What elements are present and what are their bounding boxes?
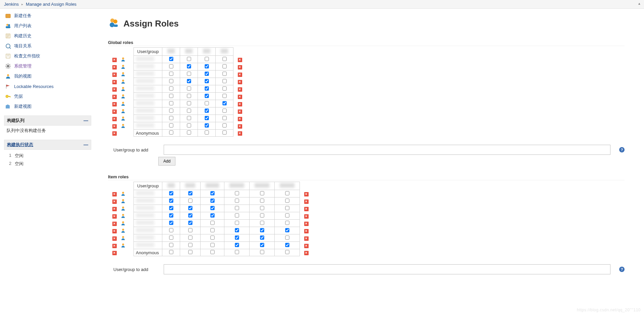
role-checkbox[interactable] xyxy=(169,221,173,225)
role-checkbox[interactable] xyxy=(285,198,289,203)
role-checkbox[interactable] xyxy=(205,101,209,105)
collapse-icon[interactable]: — xyxy=(84,118,88,123)
sidebar-item-people[interactable]: 用户列表 xyxy=(4,21,98,31)
role-checkbox[interactable] xyxy=(210,243,214,247)
delete-row-button[interactable]: ✕ xyxy=(238,131,242,136)
role-checkbox[interactable] xyxy=(210,235,214,239)
delete-row-button[interactable]: ✕ xyxy=(112,102,117,106)
sidebar-item-label[interactable]: 用户列表 xyxy=(14,23,32,29)
role-checkbox[interactable] xyxy=(285,243,289,247)
delete-row-button[interactable]: ✕ xyxy=(238,73,242,77)
role-checkbox[interactable] xyxy=(169,94,173,98)
role-checkbox[interactable] xyxy=(210,221,214,225)
delete-row-button[interactable]: ✕ xyxy=(112,73,117,77)
role-checkbox[interactable] xyxy=(187,57,191,61)
delete-row-button[interactable]: ✕ xyxy=(238,109,242,114)
delete-row-button[interactable]: ✕ xyxy=(112,87,117,92)
sidebar-item-new-view[interactable]: 新建视图 xyxy=(4,101,98,111)
role-checkbox[interactable] xyxy=(235,206,239,210)
role-checkbox[interactable] xyxy=(205,86,209,90)
sidebar-item-label[interactable]: 新建视图 xyxy=(14,103,32,109)
sidebar-item-label[interactable]: 我的视图 xyxy=(14,73,32,79)
role-checkbox[interactable] xyxy=(187,101,191,105)
role-checkbox[interactable] xyxy=(260,243,264,247)
role-checkbox[interactable] xyxy=(205,57,209,61)
role-checkbox[interactable] xyxy=(235,213,239,217)
role-checkbox[interactable] xyxy=(205,79,209,83)
delete-row-button[interactable]: ✕ xyxy=(112,251,117,255)
delete-row-button[interactable]: ✕ xyxy=(112,65,117,70)
role-checkbox[interactable] xyxy=(169,243,173,247)
delete-row-button[interactable]: ✕ xyxy=(304,207,309,211)
role-checkbox[interactable] xyxy=(187,72,191,76)
role-checkbox[interactable] xyxy=(205,72,209,76)
role-checkbox[interactable] xyxy=(169,228,173,232)
breadcrumb-home[interactable]: Jenkins xyxy=(4,2,19,7)
role-checkbox[interactable] xyxy=(169,213,173,217)
delete-row-button[interactable]: ✕ xyxy=(304,192,309,196)
delete-row-button[interactable]: ✕ xyxy=(112,236,117,241)
collapse-icon[interactable]: — xyxy=(84,142,88,147)
role-checkbox[interactable] xyxy=(205,94,209,98)
role-checkbox[interactable] xyxy=(222,86,226,90)
role-checkbox[interactable] xyxy=(222,94,226,98)
role-checkbox[interactable] xyxy=(222,72,226,76)
role-checkbox[interactable] xyxy=(188,228,192,232)
role-checkbox[interactable] xyxy=(210,206,214,210)
delete-row-button[interactable]: ✕ xyxy=(304,244,309,248)
role-checkbox[interactable] xyxy=(188,198,192,203)
role-checkbox[interactable] xyxy=(235,228,239,232)
breadcrumb-page[interactable]: Manage and Assign Roles xyxy=(26,2,76,7)
delete-row-button[interactable]: ✕ xyxy=(112,131,117,136)
delete-row-button[interactable]: ✕ xyxy=(112,124,117,129)
role-checkbox[interactable] xyxy=(260,213,264,217)
role-checkbox[interactable] xyxy=(169,64,173,68)
role-checkbox[interactable] xyxy=(210,198,214,203)
role-checkbox[interactable] xyxy=(235,198,239,203)
role-checkbox[interactable] xyxy=(210,191,214,195)
delete-row-button[interactable]: ✕ xyxy=(112,109,117,114)
role-checkbox[interactable] xyxy=(210,228,214,232)
role-checkbox[interactable] xyxy=(169,57,173,61)
role-checkbox[interactable] xyxy=(187,79,191,83)
role-checkbox[interactable] xyxy=(188,213,192,217)
role-checkbox[interactable] xyxy=(285,221,289,225)
role-checkbox[interactable] xyxy=(222,108,226,113)
delete-row-button[interactable]: ✕ xyxy=(112,117,117,121)
role-checkbox[interactable] xyxy=(285,206,289,210)
help-icon[interactable]: ? xyxy=(619,147,625,152)
role-checkbox[interactable] xyxy=(169,79,173,83)
delete-row-button[interactable]: ✕ xyxy=(112,58,117,62)
role-checkbox[interactable] xyxy=(188,191,192,195)
role-checkbox[interactable] xyxy=(210,213,214,217)
sidebar-item-gear[interactable]: 系统管理 xyxy=(4,61,98,71)
role-checkbox[interactable] xyxy=(285,250,289,254)
role-checkbox[interactable] xyxy=(222,79,226,83)
role-checkbox[interactable] xyxy=(235,221,239,225)
role-checkbox[interactable] xyxy=(169,198,173,203)
sidebar-item-my-views[interactable]: 我的视图 xyxy=(4,71,98,81)
role-checkbox[interactable] xyxy=(187,64,191,68)
item-add-input[interactable] xyxy=(164,264,610,274)
role-checkbox[interactable] xyxy=(205,64,209,68)
role-checkbox[interactable] xyxy=(222,116,226,120)
role-checkbox[interactable] xyxy=(188,206,192,210)
role-checkbox[interactable] xyxy=(187,108,191,113)
delete-row-button[interactable]: ✕ xyxy=(238,65,242,70)
role-checkbox[interactable] xyxy=(222,123,226,127)
delete-row-button[interactable]: ✕ xyxy=(304,229,309,233)
scroll-top-indicator[interactable]: ▲ xyxy=(637,1,642,6)
role-checkbox[interactable] xyxy=(169,123,173,127)
role-checkbox[interactable] xyxy=(285,213,289,217)
role-checkbox[interactable] xyxy=(205,130,209,134)
role-checkbox[interactable] xyxy=(260,206,264,210)
delete-row-button[interactable]: ✕ xyxy=(112,229,117,233)
role-checkbox[interactable] xyxy=(187,123,191,127)
role-checkbox[interactable] xyxy=(169,206,173,210)
delete-row-button[interactable]: ✕ xyxy=(238,95,242,99)
sidebar-item-label[interactable]: 新建任务 xyxy=(14,13,32,19)
delete-row-button[interactable]: ✕ xyxy=(304,199,309,204)
role-checkbox[interactable] xyxy=(187,116,191,120)
role-checkbox[interactable] xyxy=(205,108,209,113)
delete-row-button[interactable]: ✕ xyxy=(304,214,309,219)
